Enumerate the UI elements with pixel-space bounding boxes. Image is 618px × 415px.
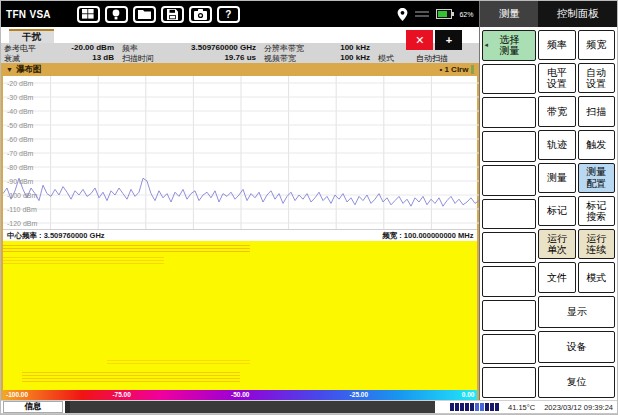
panel-button[interactable]: 运行单次 xyxy=(538,229,575,259)
battery-icon xyxy=(436,9,452,19)
tab-measure[interactable]: 测量 xyxy=(480,1,538,27)
waterfall-streak xyxy=(107,358,249,364)
trace-legend: • 1 Clrw xyxy=(439,65,474,74)
signal-block xyxy=(485,403,489,411)
panel-empty-cell xyxy=(482,232,536,263)
panel-button[interactable]: 轨迹 xyxy=(538,130,575,160)
panel-button-row: 运行单次运行连续 xyxy=(538,229,615,259)
status-bar: 信息 41.15°C 2023/03/12 09:39:24 xyxy=(1,400,617,413)
signal-indicator xyxy=(450,403,499,411)
backlight-icon[interactable] xyxy=(105,6,128,23)
window-buttons: ✕ + xyxy=(406,30,462,50)
y-axis-tick: -120 dBm xyxy=(7,220,37,227)
waterfall-streak xyxy=(3,243,250,252)
colorbar-label: -100.00 xyxy=(6,391,28,398)
battery-fill xyxy=(438,11,447,17)
panel-button[interactable]: 带宽 xyxy=(538,96,575,126)
panel-button[interactable]: 扫描 xyxy=(578,96,615,126)
left-marker-icon: ◂ xyxy=(484,41,488,49)
panel-empty-cell xyxy=(482,334,536,365)
parameter-row-2: 衰减13 dB扫描时间19.76 us视频带宽100 kHz模式自动扫描 xyxy=(1,53,479,63)
param-label: 扫描时间 xyxy=(122,53,166,64)
param-label: 模式 xyxy=(378,53,402,64)
help-icon[interactable]: ? xyxy=(217,6,240,23)
panel-col-left: ◂ 选择测量 xyxy=(482,30,536,398)
signal-block xyxy=(460,403,464,411)
control-panel: 测量 控制面板 ◂ 选择测量 频率频宽电平设置自动设置带宽扫描轨迹触发测量测量配… xyxy=(479,1,617,400)
content-row: TFN VSA xyxy=(1,1,617,400)
panel-button-row: 测量测量配置 xyxy=(538,163,615,193)
panel-button[interactable]: 频率 xyxy=(538,30,575,60)
y-axis-tick: -100 dBm xyxy=(7,192,37,199)
param-value: 100 kHz xyxy=(320,53,370,64)
param-label: 视频带宽 xyxy=(264,53,320,64)
panel-button[interactable]: 测量 xyxy=(538,163,575,193)
signal-block xyxy=(450,403,454,411)
param-label: 衰减 xyxy=(4,53,52,64)
panel-button[interactable]: 复位 xyxy=(538,366,615,398)
panel-body: ◂ 选择测量 频率频宽电平设置自动设置带宽扫描轨迹触发测量测量配置标记标记搜索运… xyxy=(480,27,617,400)
battery-percent: 62% xyxy=(459,11,473,18)
signal-block xyxy=(480,403,484,411)
panel-button[interactable]: 触发 xyxy=(578,130,615,160)
panel-button[interactable]: 标记 xyxy=(538,196,575,226)
waterfall-frame: -20 dBm-30 dBm-40 dBm-50 dBm-60 dBm-70 d… xyxy=(1,76,479,400)
panel-button[interactable]: 测量配置 xyxy=(578,163,615,193)
panel-button-row: 频率频宽 xyxy=(538,30,615,60)
panel-empty-cell xyxy=(482,199,536,230)
collapse-icon[interactable]: ▼ xyxy=(6,66,13,73)
y-axis-tick: -80 dBm xyxy=(7,164,33,171)
tab-control-panel[interactable]: 控制面板 xyxy=(538,1,617,27)
waterfall-window-title: 瀑布图 xyxy=(16,64,42,76)
save-icon[interactable] xyxy=(161,6,184,23)
waterfall-window-header: ▼ 瀑布图 • 1 Clrw xyxy=(1,63,479,76)
add-measurement-button[interactable]: + xyxy=(435,30,462,50)
waterfall-streak xyxy=(3,257,164,264)
panel-empty-cell xyxy=(482,165,536,196)
param-value: 19.76 us xyxy=(166,53,256,64)
tab-interference[interactable]: 干扰 xyxy=(9,29,54,43)
param-pair: 模式自动扫描 xyxy=(370,53,462,64)
panel-button[interactable]: 标记搜索 xyxy=(578,196,615,226)
param-value: 自动扫描 xyxy=(402,53,462,64)
y-axis-tick: -110 dBm xyxy=(7,206,37,213)
signal-block xyxy=(475,403,479,411)
signal-block xyxy=(455,403,459,411)
panel-button[interactable]: 文件 xyxy=(538,262,575,292)
folder-icon[interactable] xyxy=(133,6,156,23)
panel-button[interactable]: 显示 xyxy=(538,296,615,328)
colorbar: -100.00-75.00-50.00-25.000.00 xyxy=(3,390,477,400)
panel-button-row: 带宽扫描 xyxy=(538,96,615,126)
waterfall-streak xyxy=(22,370,240,382)
panel-empty-cell xyxy=(482,64,536,95)
panel-button[interactable]: 运行连续 xyxy=(578,229,615,259)
gps-coordinates xyxy=(415,11,429,17)
panel-button[interactable]: 设备 xyxy=(538,331,615,363)
signal-block xyxy=(490,403,494,411)
y-axis-tick: -20 dBm xyxy=(7,80,33,87)
select-measurement-label: 选择测量 xyxy=(496,34,522,57)
panel-button-row: 轨迹触发 xyxy=(538,130,615,160)
main-area: TFN VSA xyxy=(1,1,479,400)
panel-button-row: 电平设置自动设置 xyxy=(538,63,615,93)
gps-pin-icon xyxy=(397,8,408,21)
y-axis-tick: -50 dBm xyxy=(7,122,33,129)
select-measurement-button[interactable]: ◂ 选择测量 xyxy=(482,30,536,61)
screenshot-icon[interactable] xyxy=(189,6,212,23)
right-status: 41.15°C 2023/03/12 09:39:24 xyxy=(435,403,617,412)
panel-button[interactable]: 电平设置 xyxy=(538,63,575,93)
panel-button[interactable]: 模式 xyxy=(578,262,615,292)
panel-button[interactable]: 自动设置 xyxy=(578,63,615,93)
y-axis-tick: -90 dBm xyxy=(7,178,33,185)
waterfall-display[interactable] xyxy=(3,241,477,390)
panel-empty-cell xyxy=(482,367,536,398)
info-button[interactable]: 信息 xyxy=(3,401,63,413)
panel-button[interactable]: 频宽 xyxy=(578,30,615,60)
param-value: 13 dB xyxy=(52,53,114,64)
spectrum-chart[interactable]: -20 dBm-30 dBm-40 dBm-50 dBm-60 dBm-70 d… xyxy=(3,76,477,229)
windows-icon[interactable] xyxy=(77,6,100,23)
center-frequency-label: 中心频率 : 3.509760000 GHz xyxy=(7,231,105,241)
datetime-readout: 2023/03/12 09:39:24 xyxy=(544,403,613,412)
close-measurement-button[interactable]: ✕ xyxy=(406,30,433,50)
param-pair: 视频带宽100 kHz xyxy=(256,53,370,64)
